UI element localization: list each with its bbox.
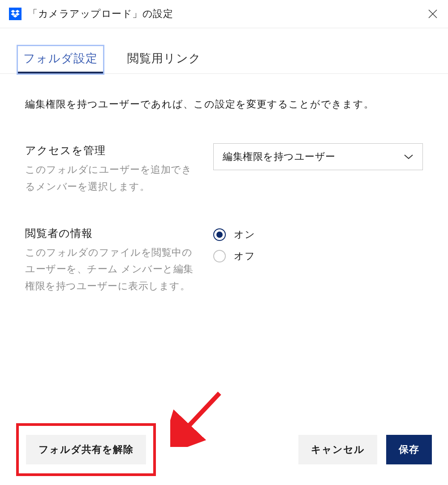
dialog-title: 「カメラアップロード」の設定 <box>28 7 173 21</box>
cancel-button[interactable]: キャンセル <box>298 435 377 464</box>
save-button[interactable]: 保存 <box>386 435 432 464</box>
viewer-desc: このフォルダのファイルを閲覧中のユーザーを、チーム メンバーと編集権限を持つユー… <box>25 244 195 294</box>
tab-folder-settings[interactable]: フォルダ設定 <box>18 46 103 73</box>
radio-icon-unchecked <box>213 250 226 262</box>
viewer-radio-on[interactable]: オン <box>213 228 423 241</box>
close-icon[interactable] <box>426 8 439 20</box>
radio-icon-checked <box>213 228 226 241</box>
viewer-radio-off[interactable]: オフ <box>213 249 423 263</box>
setting-access-row: アクセスを管理 このフォルダにユーザーを追加できるメンバーを選択します。 編集権… <box>25 143 423 195</box>
dropbox-logo-icon <box>9 8 22 20</box>
viewer-off-label: オフ <box>234 249 255 263</box>
info-text: 編集権限を持つユーザーであれば、この設定を変更することができます。 <box>25 96 423 112</box>
tab-view-link[interactable]: 閲覧用リンク <box>122 46 207 73</box>
annotation-highlight: フォルダ共有を解除 <box>16 423 156 476</box>
viewer-on-label: オン <box>234 228 255 241</box>
tab-bar: フォルダ設定 閲覧用リンク <box>0 28 448 74</box>
setting-viewer-row: 閲覧者の情報 このフォルダのファイルを閲覧中のユーザーを、チーム メンバーと編集… <box>25 226 423 294</box>
dialog-header: 「カメラアップロード」の設定 <box>0 0 448 28</box>
access-select[interactable]: 編集権限を持つユーザー <box>213 143 423 170</box>
viewer-title: 閲覧者の情報 <box>25 226 195 240</box>
access-desc: このフォルダにユーザーを追加できるメンバーを選択します。 <box>25 161 195 195</box>
dialog-footer: フォルダ共有を解除 キャンセル 保存 <box>0 423 448 476</box>
unshare-button[interactable]: フォルダ共有を解除 <box>26 435 146 464</box>
viewer-radio-group: オン オフ <box>213 226 423 263</box>
access-select-value: 編集権限を持つユーザー <box>223 150 336 163</box>
access-title: アクセスを管理 <box>25 143 195 158</box>
content-area: 編集権限を持つユーザーであれば、この設定を変更することができます。 アクセスを管… <box>0 74 448 317</box>
chevron-down-icon <box>404 154 414 159</box>
